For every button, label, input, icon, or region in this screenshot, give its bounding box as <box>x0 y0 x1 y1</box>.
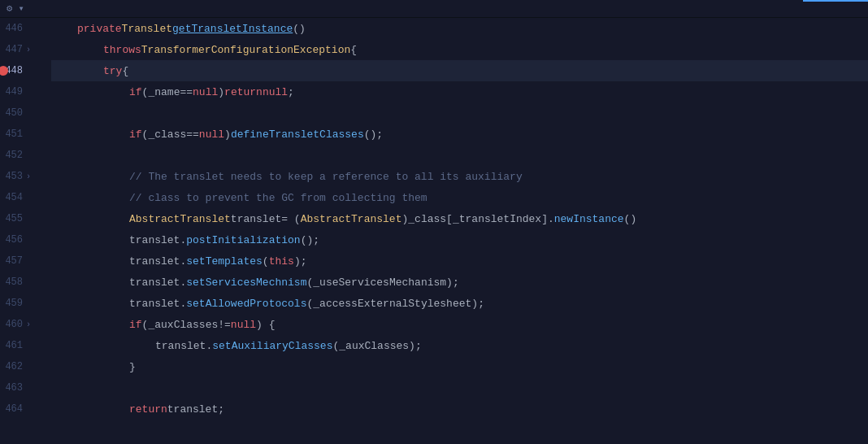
code-line: AbstractTranslet translet = (AbstractTra… <box>51 208 868 229</box>
token-kw-null: null <box>231 319 256 331</box>
line-number: 452 <box>0 145 23 166</box>
token-type: TransformerConfigurationException <box>141 44 350 56</box>
token-plain: ) { <box>256 319 275 331</box>
token-kw-null: null <box>263 86 288 98</box>
token-kw-throws: throws <box>103 44 141 56</box>
line-number-row: 457 <box>0 250 37 272</box>
line-number-row: 461 <box>0 335 37 356</box>
token-var: _class <box>148 128 186 141</box>
token-plain: ); <box>409 340 422 352</box>
code-line: return translet; <box>51 398 868 420</box>
token-plain: . <box>206 340 212 352</box>
token-plain: [ <box>446 213 453 225</box>
code-area: 446447›448449450451452453›45445545645745… <box>0 18 868 444</box>
token-plain: (); <box>364 128 383 141</box>
token-var: _auxClasses <box>148 319 218 331</box>
token-comment: // The translet needs to keep a referenc… <box>129 171 523 183</box>
token-var: _class <box>408 213 446 225</box>
token-kw-return: return <box>224 86 263 98</box>
token-plain: . <box>180 298 186 310</box>
code-line: translet.setAllowedProtocols(_accessExte… <box>51 293 868 314</box>
code-line: if (_name == null) return null; <box>51 81 868 102</box>
token-plain: { <box>122 65 128 77</box>
line-number: 459 <box>0 293 23 314</box>
line-number-row: 464 <box>0 398 37 420</box>
token-kw-try: try <box>103 65 122 77</box>
token-plain: ; <box>288 86 294 98</box>
progress-bar <box>803 0 868 2</box>
line-number: 447 <box>0 39 23 60</box>
line-numbers: 446447›448449450451452453›45445545645745… <box>0 18 47 444</box>
token-var: _auxClasses <box>339 340 409 352</box>
token-plain: ; <box>218 403 224 416</box>
token-plain: ); <box>446 276 459 289</box>
code-line: try { <box>51 60 868 81</box>
line-number: 454 <box>0 187 23 208</box>
line-number: 450 <box>0 102 23 124</box>
token-plain: () <box>293 23 306 35</box>
code-line: // class to prevent the GC from collecti… <box>51 187 868 208</box>
line-number-row: 446 <box>0 18 37 39</box>
token-method: postInitialization <box>186 234 300 246</box>
line-number-row: 454 <box>0 187 37 208</box>
line-number: 461 <box>0 335 23 356</box>
token-var: translet <box>129 298 180 310</box>
token-type: AbstractTranslet <box>301 213 402 225</box>
line-number-row: 462 <box>0 356 37 377</box>
line-number: 457 <box>0 250 23 272</box>
line-number: 456 <box>0 229 23 250</box>
fold-arrow[interactable]: › <box>26 172 34 181</box>
code-line: if (_auxClasses != null) { <box>51 314 868 335</box>
token-plain: ( <box>263 255 269 268</box>
line-number-row: 456 <box>0 229 37 250</box>
token-var: _useServicesMechanism <box>313 276 446 289</box>
token-plain: . <box>180 276 186 289</box>
code-line: translet.setTemplates(this); <box>51 250 868 272</box>
token-var: _transletIndex <box>453 213 541 225</box>
line-number-row: 447› <box>0 39 37 60</box>
token-type: AbstractTranslet <box>129 213 231 225</box>
code-content: private Translet getTransletInstance()th… <box>51 18 868 444</box>
token-plain: ); <box>471 298 484 310</box>
line-number: 462 <box>0 356 23 377</box>
line-number: 453 <box>0 166 23 187</box>
token-plain: () <box>624 213 637 225</box>
token-method: setAuxiliaryClasses <box>212 340 332 352</box>
code-line <box>51 377 868 398</box>
token-method: defineTransletClasses <box>231 128 364 141</box>
token-plain: } <box>129 361 136 373</box>
token-plain: == <box>180 86 193 98</box>
token-method: setTemplates <box>186 255 263 268</box>
fold-arrow[interactable]: › <box>26 320 34 329</box>
token-plain: == <box>186 128 199 141</box>
token-method: setAllowedProtocols <box>186 298 306 310</box>
line-number-row: 453› <box>0 166 37 187</box>
token-var: translet <box>167 403 218 416</box>
settings-icon: ⚙ ▾ <box>7 2 24 15</box>
token-type: Translet <box>122 23 172 35</box>
token-plain: { <box>350 44 357 56</box>
code-line: } <box>51 356 868 377</box>
token-plain: != <box>218 319 231 331</box>
token-plain: ) <box>224 128 231 141</box>
line-number-row: 458 <box>0 272 37 293</box>
editor-container: ⚙ ▾ 446447›448449450451452453›4544554564… <box>0 0 868 444</box>
token-var: translet <box>129 255 180 268</box>
code-line <box>51 102 868 124</box>
line-number: 455 <box>0 208 23 229</box>
token-plain: ) <box>218 86 224 98</box>
line-number: 463 <box>0 377 23 398</box>
token-plain: ); <box>294 255 307 268</box>
line-number-row: 463 <box>0 377 37 398</box>
line-number-row: 455 <box>0 208 37 229</box>
token-kw-return: return <box>129 403 167 416</box>
fold-arrow[interactable]: › <box>26 46 34 54</box>
line-number-row: 452 <box>0 145 37 166</box>
token-kw-this: this <box>269 255 294 268</box>
token-plain: (); <box>301 234 319 246</box>
token-plain: . <box>180 234 186 246</box>
token-var: translet <box>155 340 206 352</box>
token-var: translet <box>129 234 180 246</box>
line-number-row: 451 <box>0 124 37 145</box>
token-var: _accessExternalStylesheet <box>313 298 471 310</box>
